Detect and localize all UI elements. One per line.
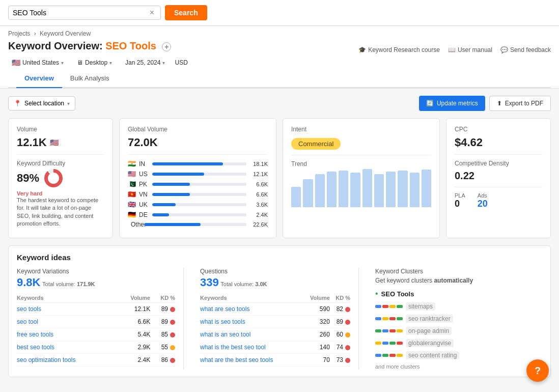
kw-link[interactable]: seo optimization tools [17, 356, 75, 363]
ideas-title: Keyword ideas [17, 253, 542, 262]
search-input[interactable] [13, 9, 150, 17]
and-more[interactable]: and more clusters [375, 363, 534, 370]
device-filter[interactable]: 🖥 Desktop ▾ [73, 57, 116, 69]
export-icon: ⬆ [497, 100, 502, 107]
difficulty-value: 89% [17, 172, 39, 185]
add-keyword-button[interactable]: + [162, 42, 171, 51]
manual-link[interactable]: 📖 User manual [448, 46, 492, 53]
kd-dot [345, 358, 350, 363]
kw-link[interactable]: what is the best seo tool [200, 344, 266, 351]
var-col-kd: KD % [150, 293, 175, 303]
kw-link[interactable]: seo tools [17, 305, 41, 313]
trend-bar [386, 172, 396, 207]
table-row: free seo tools 5.4K 85 [17, 328, 175, 341]
kw-link[interactable]: what is an seo tool [200, 331, 250, 338]
kd-cell: 89 [150, 316, 175, 328]
kw-link[interactable]: free seo tools [17, 331, 53, 338]
select-location-button[interactable]: 📍 Select location ▾ [8, 96, 75, 110]
variations-col: Keyword Variations 9.8K Total volume: 17… [17, 268, 184, 370]
feedback-link[interactable]: 💬 Send feedback [500, 46, 551, 53]
table-row: seo optimization tools 2.4K 86 [17, 354, 175, 367]
export-button[interactable]: ⬆ Export to PDF [489, 96, 551, 111]
ideas-grid: Keyword Variations 9.8K Total volume: 17… [17, 268, 542, 370]
cluster-bullet: • SEO Tools [375, 289, 534, 298]
bar-fill [152, 193, 190, 196]
tab-bulk[interactable]: Bulk Analysis [62, 69, 118, 88]
kw-link[interactable]: best seo tools [17, 344, 54, 351]
list-item: seo ranktracker [375, 315, 534, 323]
device-label: Desktop [85, 59, 107, 66]
course-link[interactable]: 🎓 Keyword Research course [358, 46, 440, 53]
help-button[interactable]: ? [526, 359, 549, 382]
bar-bg [152, 193, 246, 196]
cluster-bars [375, 329, 403, 332]
country-flag-icon: 🇵🇰 [128, 180, 136, 188]
country-value: 6.6K [249, 191, 268, 198]
country-row: 🇺🇸 US 12.1K [128, 170, 268, 178]
select-location-label: Select location [24, 100, 64, 107]
search-button[interactable]: Search [165, 5, 207, 20]
country-code: IN [139, 160, 149, 167]
country-flag-icon: 🇻🇳 [128, 190, 136, 198]
cluster-color-bar [389, 342, 396, 345]
kw-link[interactable]: what are seo tools [200, 305, 249, 313]
cluster-items: sitemaps seo ranktracker on-page admin g… [375, 302, 534, 359]
country-row: 🇬🇧 UK 3.6K [128, 201, 268, 208]
donut-inner [48, 173, 59, 184]
country-filter[interactable]: 🇺🇸 United States ▾ [8, 56, 67, 69]
cluster-bars [375, 317, 403, 320]
difficulty-label: Very hard [17, 190, 104, 197]
comp-density-value: 0.22 [455, 170, 542, 182]
feedback-label: Send feedback [510, 46, 551, 53]
manual-label: User manual [458, 46, 492, 53]
trend-bar [398, 171, 407, 207]
country-code: US [139, 171, 149, 178]
bar-bg [152, 203, 246, 206]
kw-link[interactable]: what is seo tools [200, 318, 245, 325]
header: Projects › Keyword Overview Keyword Over… [0, 26, 559, 89]
kd-cell: 73 [330, 354, 350, 367]
kw-link[interactable]: seo tool [17, 318, 38, 325]
tab-overview[interactable]: Overview [16, 69, 62, 88]
cluster-color-bar [375, 305, 381, 308]
clear-icon[interactable]: × [150, 8, 154, 17]
country-value: 18.1K [249, 161, 268, 167]
questions-count: 339 [200, 276, 219, 289]
volume-card: Volume 12.1K 🇺🇸 Keyword Difficulty 89% V… [8, 118, 113, 238]
cluster-bars [375, 342, 403, 345]
bar-bg [152, 213, 246, 216]
cluster-color-bar [375, 329, 381, 332]
trend-bar [303, 179, 313, 207]
country-label: United States [22, 59, 59, 66]
volume-flag: 🇺🇸 [50, 138, 59, 147]
breadcrumb-current: Keyword Overview [40, 30, 91, 37]
kd-dot [345, 345, 350, 350]
breadcrumb-sep: › [34, 30, 36, 37]
cluster-color-bar [389, 317, 396, 320]
date-filter[interactable]: Jan 25, 2024 ▾ [122, 57, 169, 69]
q-col-kw: Keywords [200, 293, 302, 303]
pla-col: PLA 0 [455, 192, 465, 209]
country-row: 🇩🇪 DE 2.4K [128, 211, 268, 218]
device-icon: 🖥 [77, 59, 83, 66]
questions-label: Questions [200, 268, 350, 275]
kd-cell: 82 [330, 303, 350, 316]
breadcrumb-projects[interactable]: Projects [8, 30, 30, 37]
trend-bar [362, 169, 372, 207]
toolbar-row: 📍 Select location ▾ 🔄 Update metrics ⬆ E… [8, 96, 551, 111]
feedback-icon: 💬 [500, 46, 508, 53]
bar-fill [152, 203, 176, 206]
table-row: seo tool 6.6K 89 [17, 316, 175, 328]
content: 📍 Select location ▾ 🔄 Update metrics ⬆ E… [0, 89, 559, 384]
global-volume-card: Global Volume 72.0K 🇮🇳 IN 18.1K 🇺🇸 US 12… [119, 118, 276, 238]
trend-bar [291, 187, 301, 207]
update-metrics-button[interactable]: 🔄 Update metrics [419, 96, 485, 111]
country-row: 🇮🇳 IN 18.1K [128, 160, 268, 167]
vol-cell: 70 [302, 354, 329, 367]
kw-link[interactable]: what are the best seo tools [200, 356, 273, 363]
course-label: Keyword Research course [368, 46, 440, 53]
country-row: Other 22.6K [128, 221, 268, 228]
pin-icon: 📍 [14, 100, 21, 107]
vol-cell: 590 [302, 303, 329, 316]
list-item: sitemaps [375, 302, 534, 311]
